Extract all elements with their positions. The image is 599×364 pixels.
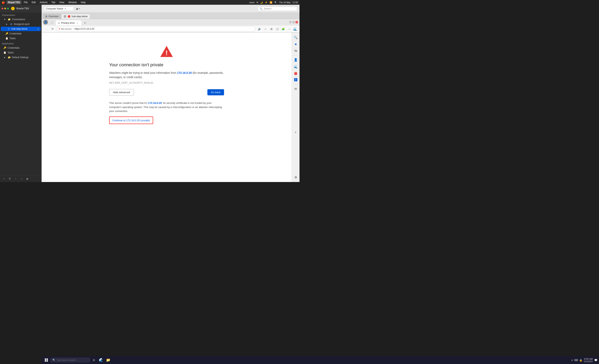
search-placeholder: Search xyxy=(264,7,271,10)
hide-advanced-button[interactable]: Hide advanced xyxy=(109,89,134,95)
sidebar-item-tasks-1[interactable]: 📋 Tasks xyxy=(1,36,41,41)
error-container: ! Your connection isn't private Attacker… xyxy=(109,44,224,124)
more-options-icon[interactable]: ⋯ xyxy=(286,26,292,32)
sidebar-item-default-settings[interactable]: ▸ 📁 Default Settings xyxy=(1,55,41,59)
tab-overview[interactable]: ⊞ Overview xyxy=(43,14,61,19)
eject-icon[interactable]: ⏏ xyxy=(37,28,39,30)
browser-profile-icon[interactable]: 👤 xyxy=(43,20,48,25)
right-sidebar-add-icon[interactable]: + xyxy=(292,129,299,135)
browser-extension-icon[interactable]: 🧩 xyxy=(281,26,286,32)
back-button[interactable]: ‹ xyxy=(43,26,49,32)
star-button[interactable]: ☆ xyxy=(19,177,24,181)
right-sidebar-edge-icon[interactable]: 🌊 xyxy=(292,63,299,70)
sidebar-item-connections[interactable]: ▾ 📁 Connections xyxy=(1,17,41,22)
sidebar-toolbar: ! Oracle TSX xyxy=(0,5,41,12)
settings-gear-button[interactable]: ⚙ xyxy=(8,177,12,181)
continue-unsafe-link[interactable]: Continue to 172.16.0.20 (unsafe) xyxy=(112,119,150,122)
sort-button[interactable]: ↕ xyxy=(13,177,18,181)
default-settings-folder-icon: 📁 xyxy=(8,56,11,59)
credentials-icon: 🔑 xyxy=(5,32,8,35)
tab-hub-step-stone[interactable]: × 🔴 hub-step-stone xyxy=(62,14,90,19)
chevron-down-icon: ▾ xyxy=(3,18,6,21)
sidebar-item-credentials-1[interactable]: 🔑 Credentials xyxy=(1,32,41,36)
menubar-view[interactable]: View xyxy=(58,0,66,4)
right-sidebar-favorites-icon[interactable]: ★ xyxy=(292,41,299,47)
right-sidebar-bing-icon[interactable]: 🅱 xyxy=(292,77,299,83)
oracle-tsx-label: Oracle TSX xyxy=(16,7,29,10)
play-icon: ▶ xyxy=(77,7,79,10)
favorites-icon[interactable]: ☆ xyxy=(263,26,268,32)
right-sidebar-office-icon[interactable]: ⬤ xyxy=(292,70,299,76)
new-tab-button[interactable]: + xyxy=(82,21,88,25)
collections-icon[interactable]: ❏ xyxy=(274,26,280,32)
split-view-icon[interactable]: ⊞ xyxy=(269,26,274,32)
connect-play-button[interactable]: ▶ ▾ xyxy=(75,7,81,11)
sidebar-item-credentials-app[interactable]: 🔑 Credentials xyxy=(1,46,41,50)
server-icon: 🖥 xyxy=(9,23,13,26)
play-chevron: ▾ xyxy=(79,8,80,10)
error-title: Your connection isn't private xyxy=(109,62,224,68)
menubar-app-name[interactable]: Royal TSX xyxy=(7,0,21,4)
browser-minimize-button[interactable]: ─ xyxy=(289,21,291,23)
zoom-icon[interactable]: zoom xyxy=(249,1,255,4)
right-sidebar-person-icon[interactable]: 👤 xyxy=(292,57,299,63)
tab-server-icon: 🔴 xyxy=(68,15,70,18)
error-desc-before: Attackers might be trying to steal your … xyxy=(109,71,177,74)
search-menu-icon[interactable]: 🔍 xyxy=(274,1,277,4)
right-sidebar-bag-icon[interactable]: 🛍 xyxy=(292,48,299,54)
application-section-label: Application xyxy=(0,41,41,45)
refresh-button[interactable]: ↻ xyxy=(50,26,55,32)
tasks-icon: 📋 xyxy=(5,37,8,40)
credentials-app-label: Credentials xyxy=(8,46,39,49)
menubar-tab[interactable]: Tab xyxy=(50,0,57,4)
browser-close-button[interactable]: × xyxy=(296,21,298,23)
menubar-window[interactable]: Window xyxy=(67,0,79,4)
moon-icon[interactable]: 🌙 xyxy=(260,1,263,4)
menubar-edit[interactable]: Edit xyxy=(30,0,37,4)
tab-close-button[interactable]: × xyxy=(64,15,66,18)
apple-icon[interactable]: 🍎 xyxy=(2,1,5,4)
datetime[interactable]: Thu 16 May 11:55 xyxy=(279,1,298,4)
sidebar-item-ihoogend-vps3[interactable]: ▸ 🖥 ihoogend-vps3 xyxy=(1,22,41,26)
address-input[interactable]: ✕ Not secure | https://172.16.0.20 xyxy=(57,26,255,32)
add-connection-button[interactable]: + xyxy=(2,177,6,181)
computer-name-text: Computer Name xyxy=(46,7,63,10)
svg-text:!: ! xyxy=(165,49,167,57)
go-back-button[interactable]: Go back xyxy=(207,89,224,95)
play-sidebar-button[interactable]: ▶ xyxy=(25,177,30,181)
right-sidebar-settings-icon[interactable]: ⚙ xyxy=(292,174,299,180)
browser-maximize-button[interactable]: □ xyxy=(292,21,295,23)
browser-layout-icon[interactable]: ⬜ xyxy=(49,20,54,25)
privacy-error-favicon: ⚠ xyxy=(58,22,60,24)
notch-icon[interactable]: N xyxy=(256,1,258,4)
error-advanced-text: This server couldn't prove that it's 172… xyxy=(109,101,224,113)
close-window-button[interactable] xyxy=(2,8,3,9)
sidebar: ! Oracle TSX Connections ▾ 📁 Connections… xyxy=(0,5,42,182)
maximize-window-button[interactable] xyxy=(7,8,9,9)
search-box[interactable]: 🔍 Search xyxy=(257,7,297,11)
warning-triangle-icon: ! xyxy=(160,44,174,58)
right-sidebar-search-icon[interactable]: 🔍 xyxy=(292,34,299,41)
overview-tab-label: Overview xyxy=(49,15,58,18)
sidebar-item-hub-step-stone[interactable]: 🖥 hub-step-stone ⏏ xyxy=(1,27,41,31)
minimize-window-button[interactable] xyxy=(4,8,6,9)
browser-main: ! Your connection isn't private Attacker… xyxy=(42,33,300,182)
right-sidebar-send-icon[interactable]: ✉ xyxy=(292,86,299,92)
sidebar-item-tasks-app[interactable]: 📋 Tasks xyxy=(1,51,41,55)
menubar-help[interactable]: Help xyxy=(79,0,87,4)
browser-tab-privacy-error[interactable]: ⚠ Privacy error × xyxy=(56,20,81,25)
search-icon: 🔍 xyxy=(260,7,263,10)
default-settings-label: Default Settings xyxy=(12,56,39,59)
computer-name-chevron: ▾ xyxy=(65,8,66,10)
wifi-icon[interactable]: 📶 xyxy=(270,1,272,4)
menubar-actions[interactable]: Actions xyxy=(38,0,49,4)
battery-icon[interactable]: ⚡ xyxy=(265,1,268,4)
credentials-label-1: Credentials xyxy=(9,32,39,35)
read-aloud-icon[interactable]: 🔊 xyxy=(257,26,262,32)
continue-link-box: Continue to 172.16.0.20 (unsafe) xyxy=(109,117,153,124)
address-url: https://172.16.0.20 xyxy=(74,27,94,30)
chevron-right-icon: ▸ xyxy=(5,23,8,26)
browser-tab-close-button[interactable]: × xyxy=(76,21,79,25)
menubar-file[interactable]: File xyxy=(22,0,29,4)
computer-name-dropdown[interactable]: Computer Name ▾ xyxy=(44,7,74,11)
